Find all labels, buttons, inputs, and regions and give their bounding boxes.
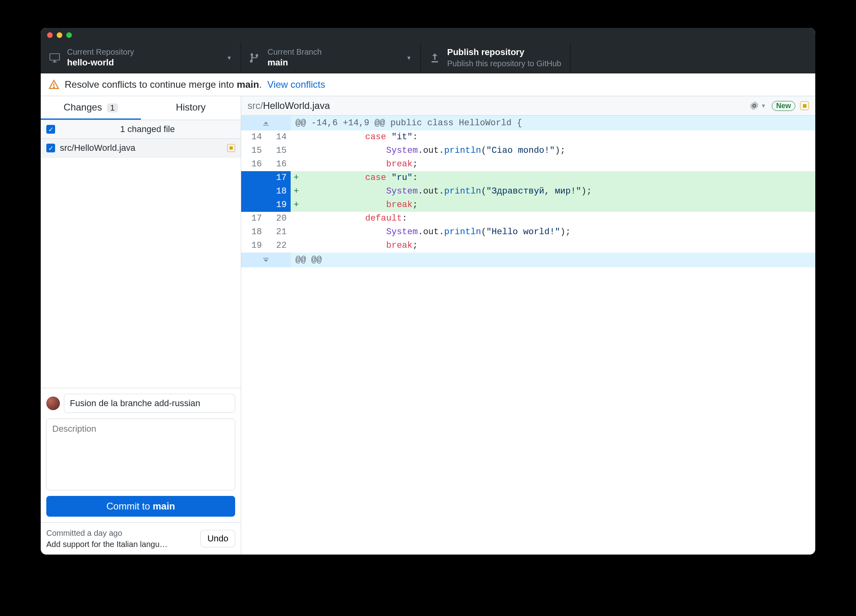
diff-line[interactable]: 17+ case "ru": [241,171,815,185]
diff-line[interactable]: 1515 System.out.println("Ciao mondo!"); [241,144,815,158]
diff-line[interactable]: 19+ break; [241,198,815,212]
line-number-old: 18 [241,225,266,239]
undo-title: Add support for the Italian langu… [46,539,196,550]
diff-sign: + [291,185,302,198]
diff-sign: + [291,171,302,185]
branch-selector[interactable]: Current Branch main ▼ [241,42,421,73]
line-number-old [241,198,266,212]
line-number-old [241,171,266,185]
diff-settings-button[interactable]: ▼ [749,101,766,111]
line-number-old: 19 [241,239,266,253]
line-number-new: 22 [266,239,291,253]
diff-sign [291,225,302,239]
app-window: Current Repository hello-world ▼ Current… [41,28,815,555]
branch-icon [250,53,260,63]
diff-content: System.out.println("Здравствуй, мир!"); [302,185,815,198]
titlebar [41,28,815,42]
diff-content: break; [302,198,815,212]
diff-line[interactable]: 18+ System.out.println("Здравствуй, мир!… [241,185,815,198]
diff-line[interactable]: 1720 default: [241,212,815,225]
modified-icon [800,101,809,110]
file-name: src/HelloWorld.java [60,143,222,153]
sidebar: Changes 1 History ✓ 1 changed file ✓ src… [41,96,241,555]
repo-label: Current Repository [67,47,219,57]
undo-bar: Committed a day ago Add support for the … [41,522,241,555]
repo-selector[interactable]: Current Repository hello-world ▼ [41,42,241,73]
diff-content: case "ru": [302,171,815,185]
line-number-old: 14 [241,130,266,144]
diff-content: System.out.println("Ciao mondo!"); [302,144,815,158]
tab-history[interactable]: History [141,96,241,120]
select-all-checkbox[interactable]: ✓ [46,125,55,134]
window-maximize-button[interactable] [66,32,72,38]
diff-sign [291,239,302,253]
branch-value: main [268,57,399,69]
svg-point-1 [54,87,54,88]
repo-value: hello-world [67,57,219,69]
diff-sign: + [291,198,302,212]
diff-content: default: [302,212,815,225]
diff-content: System.out.println("Hello world!"); [302,225,815,239]
warning-icon [49,79,59,90]
modified-icon [227,144,235,152]
diff-sign [291,144,302,158]
line-number-new: 19 [266,198,291,212]
chevron-down-icon: ▼ [761,103,766,109]
svg-rect-2 [263,125,269,126]
commit-button[interactable]: Commit to main [46,496,235,517]
line-number-new: 21 [266,225,291,239]
hunk-footer[interactable]: @@ @@ [241,253,815,267]
expand-down-icon[interactable] [241,253,291,267]
expand-up-icon[interactable] [241,116,291,130]
diff-line[interactable]: 1821 System.out.println("Hello world!"); [241,225,815,239]
file-row[interactable]: ✓ src/HelloWorld.java [41,139,241,158]
diff-line[interactable]: 1414 case "it": [241,130,815,144]
view-conflicts-link[interactable]: View conflicts [268,79,325,90]
window-minimize-button[interactable] [57,32,62,38]
banner-text: Resolve conflicts to continue merge into… [65,79,262,90]
changed-files-label: 1 changed file [60,124,235,134]
diff-line[interactable]: 1616 break; [241,158,815,171]
toolbar: Current Repository hello-world ▼ Current… [41,42,815,73]
svg-rect-3 [263,258,269,259]
commit-description-input[interactable] [46,419,235,490]
branch-label: Current Branch [268,47,399,57]
chevron-down-icon: ▼ [406,55,412,61]
desktop-icon [50,53,60,63]
upload-icon [430,53,440,63]
line-number-old: 16 [241,158,266,171]
line-number-new: 17 [266,171,291,185]
avatar [46,397,60,410]
diff-line[interactable]: 1922 break; [241,239,815,253]
line-number-old: 17 [241,212,266,225]
line-number-new: 20 [266,212,291,225]
diff-content: break; [302,239,815,253]
sidebar-tabs: Changes 1 History [41,96,241,120]
line-number-new: 14 [266,130,291,144]
line-number-new: 15 [266,144,291,158]
line-number-old: 15 [241,144,266,158]
file-checkbox[interactable]: ✓ [46,144,55,152]
main-area: Changes 1 History ✓ 1 changed file ✓ src… [41,96,815,555]
diff-sign [291,212,302,225]
new-badge: New [772,101,795,111]
undo-button[interactable]: Undo [200,530,235,547]
diff-sign [291,158,302,171]
diff-code: 1414 case "it":1515 System.out.println("… [241,130,815,253]
commit-form: Commit to main [41,388,241,522]
tab-changes[interactable]: Changes 1 [41,96,141,120]
diff-content: case "it": [302,130,815,144]
hunk-header[interactable]: @@ -14,6 +14,9 @@ public class HelloWorl… [241,116,815,130]
diff-sign [291,130,302,144]
changes-header: ✓ 1 changed file [41,120,241,139]
chevron-down-icon: ▼ [226,55,232,61]
window-close-button[interactable] [47,32,53,38]
undo-time: Committed a day ago [46,527,196,539]
diff-file-path: src/HelloWorld.java [248,100,749,111]
commit-summary-input[interactable] [64,394,235,413]
publish-sub: Publish this repository to GitHub [447,58,561,69]
line-number-new: 16 [266,158,291,171]
line-number-new: 18 [266,185,291,198]
publish-button[interactable]: Publish repository Publish this reposito… [421,42,571,73]
merge-conflict-banner: Resolve conflicts to continue merge into… [41,73,815,96]
